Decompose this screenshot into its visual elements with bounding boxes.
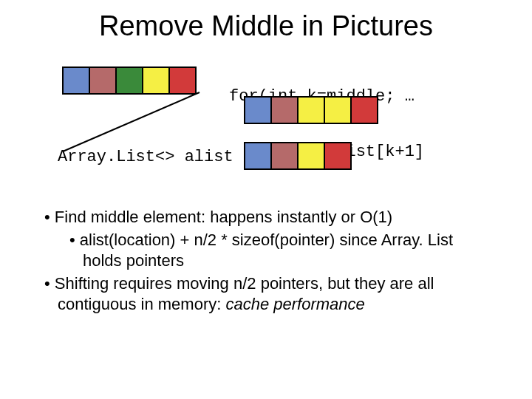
array-cell [271, 143, 298, 169]
array-cell [245, 97, 271, 123]
array-cell [324, 143, 351, 169]
array-before [62, 66, 197, 95]
bullet-item: Shifting requires moving n/2 pointers, b… [44, 273, 495, 316]
svg-line-0 [63, 92, 200, 151]
array-cell [324, 97, 351, 123]
array-cell [271, 97, 298, 123]
array-cell [298, 97, 324, 123]
bullet-text-italic: cache performance [225, 295, 364, 313]
bullet-subitem: alist(location) + n/2 * sizeof(pointer) … [44, 230, 495, 272]
array-cell [298, 143, 324, 169]
bullet-list: Find middle element: happens instantly o… [44, 207, 495, 317]
bullet-item: Find middle element: happens instantly o… [44, 207, 495, 228]
array-cell [143, 67, 169, 94]
pointer-line [59, 89, 222, 155]
slide-title: Remove Middle in Pictures [0, 0, 532, 42]
array-cell [169, 67, 196, 94]
code-arraylist-label: Array.List<> alist [58, 148, 233, 166]
array-cell [89, 67, 116, 94]
array-cell [245, 143, 271, 169]
array-cell [116, 67, 143, 94]
array-cell [63, 67, 89, 94]
array-after [244, 142, 352, 170]
array-cell [351, 97, 378, 123]
array-during [244, 96, 378, 124]
